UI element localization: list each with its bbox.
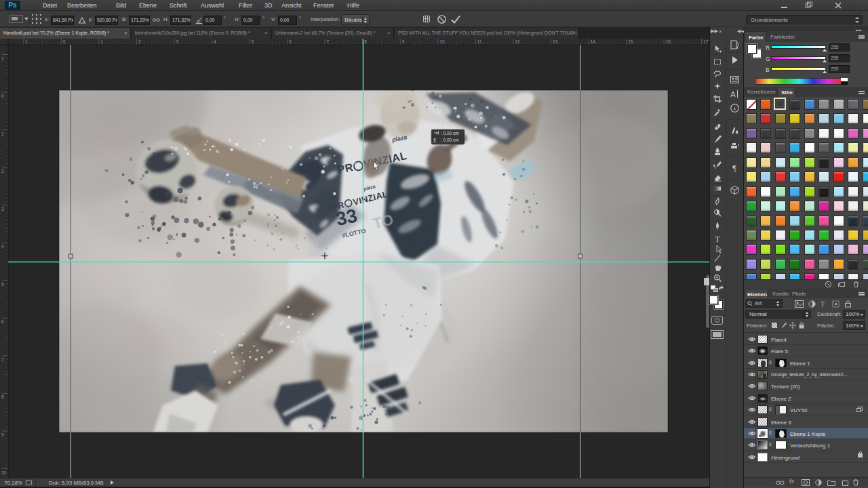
svg-text:6: 6	[1, 319, 4, 324]
svg-text:7: 7	[1, 357, 4, 362]
svg-text:3: 3	[1, 207, 4, 211]
svg-text:15: 15	[628, 39, 633, 44]
svg-text:¶: ¶	[732, 163, 736, 173]
svg-text:A: A	[730, 90, 736, 98]
svg-text:4: 4	[1, 244, 4, 249]
svg-text:5: 5	[252, 39, 254, 44]
svg-text:10: 10	[439, 39, 445, 44]
svg-text:: 0,00 cm: : 0,00 cm	[441, 131, 459, 136]
svg-text:1: 1	[1, 56, 4, 61]
svg-text:: 0,00 cm: : 0,00 cm	[441, 138, 459, 142]
svg-text:10: 10	[1, 470, 7, 475]
svg-text:5: 5	[1, 282, 4, 287]
svg-text:9: 9	[402, 39, 405, 44]
svg-text:13: 13	[553, 39, 558, 44]
svg-text:17: 17	[703, 39, 709, 44]
svg-text:12: 12	[515, 39, 520, 44]
svg-text:8: 8	[1, 394, 4, 399]
svg-text:2: 2	[1, 169, 4, 174]
svg-text:16: 16	[666, 39, 671, 44]
svg-text:1: 1	[1, 131, 4, 136]
svg-text:T: T	[715, 235, 720, 244]
svg-text:9: 9	[1, 432, 4, 437]
svg-text:0: 0	[1, 94, 4, 98]
svg-text:11: 11	[477, 39, 482, 44]
svg-text:14: 14	[591, 39, 596, 44]
